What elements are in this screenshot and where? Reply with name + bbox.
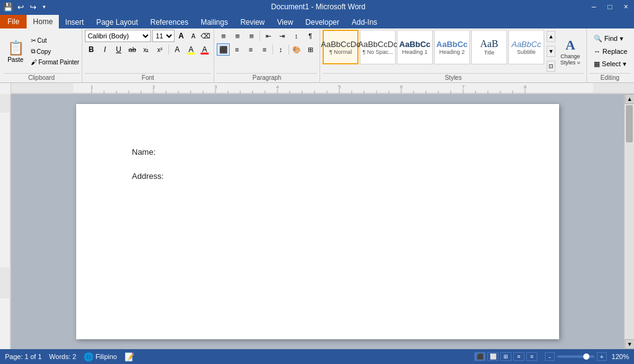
bold-btn[interactable]: B	[85, 43, 98, 56]
paste-button[interactable]: 📋 Paste	[4, 30, 27, 73]
styles-label: Styles	[323, 73, 584, 81]
style-subtitle[interactable]: AaBbCc Subtitle	[508, 30, 544, 64]
svg-text:3: 3	[214, 84, 217, 90]
style-normal-label: ¶ Normal	[329, 49, 352, 55]
font-name-select[interactable]: Calibri (Body)	[85, 30, 152, 42]
ruler-area: 1 2 3 4	[0, 83, 634, 94]
vertical-scrollbar[interactable]: ▲ ▼	[624, 94, 634, 349]
vertical-ruler[interactable]	[0, 94, 11, 349]
doc-line-address: Address:	[132, 171, 503, 181]
multilevel-list-btn[interactable]: ≡	[245, 30, 259, 42]
clear-formatting-btn[interactable]: ⌫	[200, 30, 211, 41]
style-heading2[interactable]: AaBbCc Heading 2	[434, 30, 470, 64]
scroll-up-btn[interactable]: ▲	[625, 94, 634, 104]
word-count: Words: 2	[49, 353, 76, 360]
scroll-thumb[interactable]	[626, 105, 633, 142]
style-heading1[interactable]: AaBbCc Heading 1	[397, 30, 433, 64]
subscript-btn[interactable]: x₂	[139, 43, 152, 56]
quick-access-toolbar: 💾 ↩ ↪ ▾	[0, 1, 51, 12]
style-normal-preview: AaBbCcDc	[321, 40, 360, 49]
tab-insert[interactable]: Insert	[59, 16, 90, 28]
style-heading2-preview: AaBbCc	[436, 40, 468, 49]
tab-developer[interactable]: Developer	[299, 16, 345, 28]
language-indicator[interactable]: 🌐 Filipino	[84, 352, 117, 362]
text-effects-btn[interactable]: A	[171, 43, 184, 56]
decrease-indent-btn[interactable]: ⇤	[261, 30, 275, 42]
zoom-out-btn[interactable]: -	[545, 352, 555, 361]
line-spacing-btn[interactable]: ↕	[274, 43, 287, 56]
superscript-btn[interactable]: x²	[154, 43, 167, 56]
styles-scroll-down[interactable]: ▼	[547, 46, 555, 57]
styles-scroll-up[interactable]: ▲	[547, 31, 555, 42]
italic-btn[interactable]: I	[98, 43, 111, 56]
find-btn[interactable]: 🔍 Find ▾	[589, 33, 630, 45]
change-styles-icon: A	[565, 37, 575, 53]
sort-btn[interactable]: ↕	[290, 30, 303, 42]
close-btn[interactable]: ×	[618, 0, 634, 14]
outline-btn[interactable]: ≡	[513, 352, 524, 361]
tab-mailings[interactable]: Mailings	[194, 16, 234, 28]
justify-btn[interactable]: ≡	[258, 43, 271, 56]
numbering-btn[interactable]: ≡	[231, 30, 245, 42]
tab-file[interactable]: File	[0, 15, 27, 28]
find-icon: 🔍	[594, 35, 602, 43]
align-right-btn[interactable]: ≡	[244, 43, 257, 56]
align-center-btn[interactable]: ≡	[230, 43, 243, 56]
tab-home[interactable]: Home	[27, 15, 59, 28]
tab-review[interactable]: Review	[234, 16, 271, 28]
style-no-spacing[interactable]: AaBbCcDc ¶ No Spac...	[360, 30, 396, 64]
qat-undo[interactable]: ↩	[15, 1, 26, 12]
zoom-slider[interactable]	[557, 355, 594, 358]
qat-redo[interactable]: ↪	[27, 1, 38, 12]
bullets-btn[interactable]: ≡	[217, 30, 230, 42]
underline-btn[interactable]: U	[112, 43, 125, 56]
language-icon: 🌐	[84, 352, 93, 362]
zoom-level: 120%	[609, 353, 629, 360]
strikethrough-btn[interactable]: ab	[126, 43, 139, 56]
document-area: Name: Address:	[11, 94, 624, 349]
tab-page-layout[interactable]: Page Layout	[90, 16, 144, 28]
show-hide-btn[interactable]: ¶	[303, 30, 317, 42]
change-styles-btn[interactable]: A ChangeStyles =	[557, 30, 584, 73]
qat-dropdown[interactable]: ▾	[40, 1, 48, 12]
document-page[interactable]: Name: Address:	[76, 104, 559, 339]
minimize-btn[interactable]: –	[586, 0, 602, 14]
maximize-btn[interactable]: □	[602, 0, 618, 14]
decrease-font-btn[interactable]: A	[188, 30, 199, 41]
full-screen-btn[interactable]: ⬜	[487, 352, 498, 361]
increase-indent-btn[interactable]: ⇥	[276, 30, 289, 42]
font-size-select[interactable]: 11	[152, 30, 174, 42]
scroll-down-btn[interactable]: ▼	[625, 339, 634, 349]
horizontal-ruler[interactable]: 1 2 3 4	[11, 83, 634, 93]
border-btn[interactable]: ⊞	[304, 43, 317, 56]
print-layout-btn[interactable]: ⬛	[474, 352, 485, 361]
align-left-btn[interactable]: ⬛	[217, 43, 230, 56]
language-label: Filipino	[95, 353, 117, 360]
zoom-thumb[interactable]	[583, 353, 589, 360]
qat-save[interactable]: 💾	[2, 1, 14, 12]
tab-addins[interactable]: Add-Ins	[345, 16, 383, 28]
tab-view[interactable]: View	[271, 16, 300, 28]
increase-font-btn[interactable]: A	[176, 30, 187, 41]
select-btn[interactable]: ▦ Select ▾	[589, 58, 630, 70]
styles-more[interactable]: ⊡	[547, 61, 555, 72]
zoom-in-btn[interactable]: +	[597, 352, 607, 361]
copy-button[interactable]: ⧉ Copy	[28, 46, 82, 56]
format-painter-button[interactable]: 🖌 Format Painter	[28, 58, 82, 67]
font-color-btn[interactable]: A	[198, 43, 211, 56]
styles-group: AaBbCcDc ¶ Normal AaBbCcDc ¶ No Spac... …	[320, 28, 587, 82]
replace-icon: ↔	[594, 48, 601, 55]
window-title: Document1 - Microsoft Word	[51, 2, 586, 11]
editing-group: 🔍 Find ▾ ↔ Replace ▦ Select ▾ Editing	[587, 28, 633, 82]
web-layout-btn[interactable]: ⊞	[500, 352, 511, 361]
svg-rect-48	[0, 94, 11, 113]
replace-btn[interactable]: ↔ Replace	[589, 46, 630, 57]
highlight-btn[interactable]: A	[185, 43, 198, 56]
tab-references[interactable]: References	[144, 16, 194, 28]
style-title[interactable]: AaB Title	[471, 30, 507, 64]
svg-text:2: 2	[152, 84, 155, 90]
cut-button[interactable]: ✂ Cut	[28, 36, 82, 45]
shading-btn[interactable]: 🎨	[290, 43, 303, 56]
style-normal[interactable]: AaBbCcDc ¶ Normal	[323, 30, 358, 64]
draft-btn[interactable]: ≡	[526, 352, 537, 361]
